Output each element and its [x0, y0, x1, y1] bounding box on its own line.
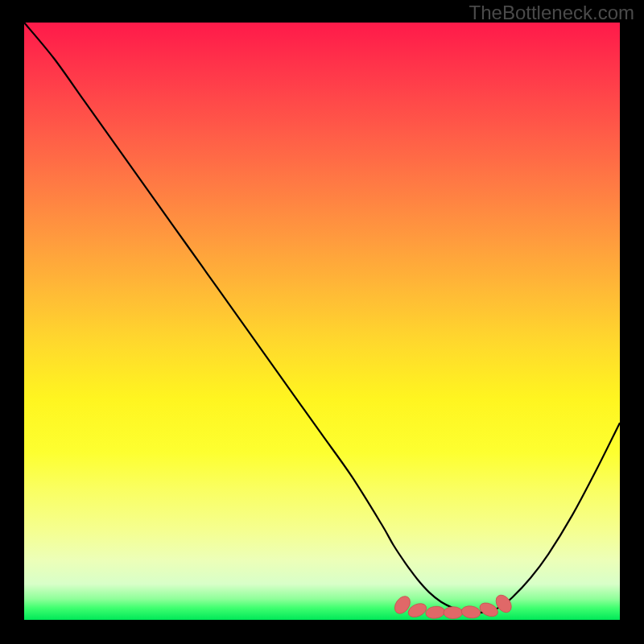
bottleneck-curve	[24, 23, 620, 620]
curve-path	[24, 23, 620, 613]
curve-marker	[425, 605, 446, 620]
curve-markers	[391, 592, 514, 620]
chart-container: TheBottleneck.com	[0, 0, 644, 644]
curve-marker	[444, 607, 463, 619]
curve-marker	[460, 605, 481, 619]
watermark-text: TheBottleneck.com	[469, 2, 634, 24]
plot-area	[24, 23, 620, 620]
